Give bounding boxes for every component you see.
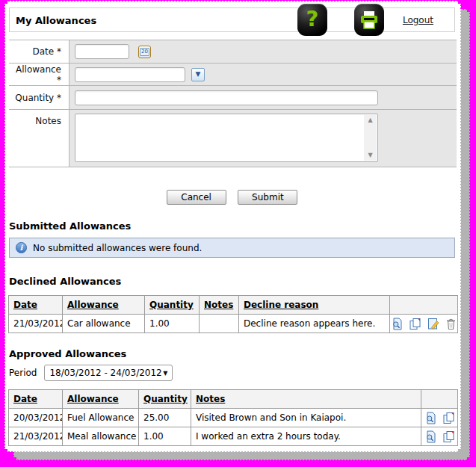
- help-icon: ?: [306, 8, 319, 30]
- approved-col-quantity[interactable]: Quantity: [139, 390, 191, 409]
- scroll-up-icon[interactable]: ▲: [368, 115, 372, 126]
- date-label: Date *: [9, 40, 69, 63]
- declined-header-row: Date Allowance Quantity Notes Decline re…: [9, 296, 458, 315]
- declined-table: Date Allowance Quantity Notes Decline re…: [8, 295, 458, 333]
- calendar-button[interactable]: 20: [138, 46, 151, 58]
- notes-textarea[interactable]: [76, 115, 363, 161]
- declined-col-quantity[interactable]: Quantity: [145, 296, 200, 315]
- copy-icon[interactable]: [442, 430, 455, 443]
- quantity-label: Quantity *: [9, 86, 69, 109]
- allowance-label: Allowance *: [9, 64, 69, 85]
- help-button[interactable]: ?: [297, 4, 327, 36]
- table-row: 20/03/2012 Fuel Allowance 25.00 Visited …: [9, 409, 458, 427]
- declined-quantity-cell: 1.00: [145, 315, 200, 333]
- quantity-input[interactable]: [75, 90, 378, 105]
- approved-col-date[interactable]: Date: [9, 390, 63, 409]
- declined-col-date[interactable]: Date: [9, 296, 63, 315]
- view-icon[interactable]: [424, 430, 437, 443]
- copy-icon[interactable]: [409, 318, 421, 330]
- allowance-form: Date * 20 Allowance * ▼ Quanti: [9, 40, 457, 167]
- declined-notes-cell: [200, 315, 239, 333]
- copy-icon[interactable]: [442, 412, 455, 424]
- quantity-field-area: [69, 86, 457, 109]
- delete-icon[interactable]: [445, 318, 457, 330]
- approved-actions-cell: [421, 427, 458, 446]
- approved-quantity-cell: 25.00: [139, 409, 191, 427]
- approved-table: Date Allowance Quantity Notes 20/03/2012…: [8, 389, 458, 446]
- notes-row: Notes ▲ ▼: [9, 109, 457, 167]
- submitted-empty-message: No submitted allowances were found.: [33, 243, 202, 253]
- approved-date-cell: 21/03/2012: [9, 427, 63, 446]
- approved-actions-cell: [421, 409, 458, 427]
- approved-col-actions: [421, 390, 458, 409]
- quantity-row: Quantity *: [9, 85, 457, 109]
- approved-header-row: Date Allowance Quantity Notes: [9, 390, 458, 409]
- declined-col-allowance[interactable]: Allowance: [63, 296, 145, 315]
- approved-col-notes[interactable]: Notes: [191, 390, 421, 409]
- scroll-down-icon[interactable]: ▼: [368, 150, 372, 161]
- notes-label: Notes: [9, 110, 69, 167]
- approved-date-cell: 20/03/2012: [9, 409, 63, 427]
- period-selected-value: 18/03/2012 - 24/03/2012: [49, 368, 161, 378]
- page-content: My Allowances Logout ? Date * 20: [7, 4, 458, 449]
- date-field-area: 20: [69, 40, 457, 63]
- approved-heading: Approved Allowances: [9, 348, 126, 359]
- declined-col-reason[interactable]: Decline reason: [239, 296, 390, 315]
- view-icon[interactable]: [424, 412, 437, 424]
- cancel-button[interactable]: Cancel: [167, 190, 226, 205]
- notes-scrollbar[interactable]: ▲ ▼: [364, 115, 377, 161]
- allowance-input[interactable]: [75, 67, 185, 82]
- declined-date-cell: 21/03/2012: [9, 315, 63, 333]
- chevron-down-icon: ▼: [196, 71, 201, 78]
- page-card: My Allowances Logout ? Date * 20: [7, 4, 458, 449]
- date-input[interactable]: [75, 44, 129, 59]
- approved-allowance-cell: Fuel Allowance: [63, 409, 139, 427]
- header-bar: My Allowances Logout: [9, 7, 455, 32]
- edit-icon[interactable]: [427, 318, 439, 330]
- allowance-dropdown-button[interactable]: ▼: [191, 68, 205, 81]
- logout-link[interactable]: Logout: [403, 15, 433, 25]
- period-select[interactable]: 18/03/2012 - 24/03/2012 ▼: [44, 365, 173, 381]
- declined-allowance-cell: Car allowance: [63, 315, 145, 333]
- approved-notes-cell: Visited Brown and Son in Kaiapoi.: [191, 409, 421, 427]
- period-row: Period 18/03/2012 - 24/03/2012 ▼: [9, 365, 173, 381]
- calendar-icon: 20: [140, 48, 149, 56]
- notes-field-area: ▲ ▼: [69, 110, 457, 167]
- table-row: 21/03/2012 Car allowance 1.00 Decline re…: [9, 315, 458, 333]
- declined-col-actions: [390, 296, 458, 315]
- printer-icon: [359, 10, 379, 31]
- notes-textarea-wrap: ▲ ▼: [75, 114, 378, 162]
- form-buttons: Cancel Submit: [7, 190, 457, 205]
- approved-col-allowance[interactable]: Allowance: [63, 390, 139, 409]
- submit-button[interactable]: Submit: [238, 190, 297, 205]
- declined-heading: Declined Allowances: [9, 276, 121, 287]
- submitted-empty-message-box: i No submitted allowances were found.: [9, 238, 455, 258]
- submitted-heading: Submitted Allowances: [9, 220, 131, 232]
- chevron-down-icon: ▼: [163, 370, 167, 377]
- approved-quantity-cell: 1.00: [139, 427, 191, 446]
- declined-col-notes[interactable]: Notes: [200, 296, 239, 315]
- declined-reason-cell: Decline reason appears here.: [239, 315, 390, 333]
- view-icon[interactable]: [391, 318, 404, 330]
- declined-actions-cell: [390, 315, 458, 333]
- allowance-field-area: ▼: [69, 64, 457, 85]
- print-button[interactable]: [354, 4, 384, 36]
- approved-allowance-cell: Meal allowance: [63, 427, 139, 446]
- period-label: Period: [9, 368, 37, 378]
- page-title: My Allowances: [16, 14, 96, 25]
- date-row: Date * 20: [9, 40, 457, 63]
- table-row: 21/03/2012 Meal allowance 1.00 I worked …: [9, 427, 458, 446]
- allowance-row: Allowance * ▼: [9, 63, 457, 85]
- info-icon: i: [16, 242, 27, 253]
- approved-notes-cell: I worked an extra 2 hours today.: [191, 427, 421, 446]
